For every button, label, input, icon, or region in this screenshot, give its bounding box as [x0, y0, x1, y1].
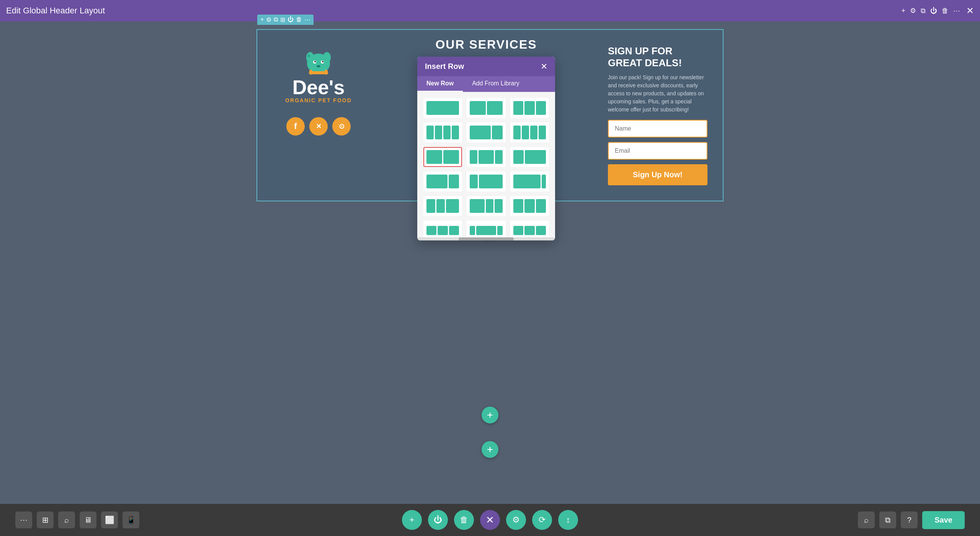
- bottom-desktop-icon[interactable]: 🖥: [80, 511, 96, 528]
- insert-row-dialog: Insert Row ✕ New Row Add From Library: [417, 57, 555, 240]
- save-button[interactable]: Save: [922, 511, 965, 529]
- signup-description: Join our pack! Sign up for our newslette…: [608, 74, 707, 114]
- svg-point-5: [314, 61, 316, 62]
- facebook-icon[interactable]: f: [286, 117, 305, 136]
- dialog-tabs: New Row Add From Library: [417, 76, 555, 92]
- bottom-toolbar-center: + ⏻ 🗑 ✕ ⚙ ⟳ ↕: [402, 510, 578, 530]
- layout-menu-icon[interactable]: ⋯: [304, 16, 310, 23]
- bottom-search-icon-right[interactable]: ⌕: [858, 511, 875, 528]
- layout-power-icon[interactable]: ⏻: [287, 16, 294, 23]
- trash-icon[interactable]: 🗑: [942, 7, 949, 15]
- bottom-help-icon[interactable]: ?: [901, 511, 918, 528]
- logo-area: Dee's ORGANIC PET FOOD: [285, 45, 352, 103]
- layout-option-4col[interactable]: [423, 123, 462, 142]
- tab-new-row[interactable]: New Row: [417, 76, 463, 92]
- layout-option-2col-right-wide[interactable]: [510, 147, 549, 167]
- svg-point-2: [323, 52, 331, 63]
- bottom-search-icon[interactable]: ⌕: [58, 511, 75, 528]
- dialog-title: Insert Row: [425, 62, 464, 71]
- svg-point-13: [325, 70, 328, 73]
- bottom-layers-icon[interactable]: ⧉: [879, 511, 896, 528]
- gear-icon[interactable]: ⚙: [910, 7, 916, 15]
- bottom-history-button[interactable]: ⟳: [532, 510, 552, 530]
- signup-title: SIGN UP FOR GREAT DEALS!: [608, 45, 707, 69]
- header-layout: + ⚙ ⧉ ⊞ ⏻ 🗑 ⋯: [256, 29, 724, 201]
- bottom-sort-button[interactable]: ↕: [558, 510, 578, 530]
- layout-option-col-small[interactable]: [423, 221, 462, 237]
- layout-option-mixed1[interactable]: [467, 196, 505, 216]
- signup-button[interactable]: Sign Up Now!: [608, 164, 707, 185]
- menu-icon[interactable]: ⋯: [953, 7, 960, 15]
- brand-name: Dee's: [285, 77, 352, 97]
- layout-option-2col-equal[interactable]: [467, 98, 505, 118]
- bottom-toolbar-left: ⋯ ⊞ ⌕ 🖥 ⬜ 📱: [15, 511, 139, 528]
- header-layout-toolbar: + ⚙ ⧉ ⊞ ⏻ 🗑 ⋯: [257, 15, 314, 25]
- dialog-body: [417, 92, 555, 237]
- layout-option-3col-equal[interactable]: [510, 98, 549, 118]
- dog-logo-icon: [299, 45, 338, 76]
- bottom-toolbar-right: ⌕ ⧉ ? Save: [858, 511, 965, 529]
- layout-option-1col[interactable]: [423, 98, 462, 118]
- twitter-x-icon[interactable]: ✕: [309, 117, 328, 136]
- plus-icon[interactable]: +: [901, 7, 905, 15]
- svg-point-12: [309, 70, 312, 73]
- bottom-add-button[interactable]: +: [402, 510, 422, 530]
- bottom-mobile-icon[interactable]: 📱: [122, 511, 139, 528]
- signup-panel: SIGN UP FOR GREAT DEALS! Join our pack! …: [600, 38, 715, 193]
- center-panel: OUR SERVICES Insert Row ✕ New Row Add Fr…: [372, 38, 600, 193]
- svg-point-1: [306, 52, 314, 63]
- layout-option-narrow-wide[interactable]: [467, 221, 505, 237]
- dialog-scrollbar[interactable]: [417, 237, 555, 240]
- bottom-power-button[interactable]: ⏻: [428, 510, 448, 530]
- copy-icon[interactable]: ⧉: [921, 7, 926, 15]
- dialog-header: Insert Row ✕: [417, 57, 555, 76]
- power-icon[interactable]: ⏻: [930, 7, 937, 15]
- canvas-area: + ⚙ ⧉ ⊞ ⏻ 🗑 ⋯: [0, 21, 980, 504]
- layout-option-left-sidebar[interactable]: [423, 172, 462, 191]
- instagram-icon[interactable]: ⊙: [332, 117, 351, 136]
- title-bar-close-button[interactable]: ✕: [966, 6, 974, 15]
- name-input[interactable]: [608, 120, 707, 137]
- layout-option-3col-stacked1[interactable]: [423, 196, 462, 216]
- layout-option-3col-v3[interactable]: [510, 221, 549, 237]
- layout-option-4col-v2[interactable]: [510, 123, 549, 142]
- svg-point-7: [317, 65, 320, 67]
- layout-add-icon[interactable]: +: [260, 16, 264, 23]
- layout-gear-icon[interactable]: ⚙: [266, 16, 271, 23]
- svg-point-8: [308, 55, 310, 57]
- layout-grid-icon[interactable]: ⊞: [280, 16, 285, 23]
- bottom-tablet-icon[interactable]: ⬜: [101, 511, 118, 528]
- svg-point-6: [322, 61, 323, 62]
- bottom-menu-icon[interactable]: ⋯: [15, 511, 32, 528]
- layout-option-center-wide[interactable]: [467, 172, 505, 191]
- svg-rect-9: [311, 71, 326, 74]
- bottom-gear-button[interactable]: ⚙: [506, 510, 526, 530]
- dialog-close-button[interactable]: ✕: [541, 62, 547, 71]
- dialog-scrollbar-thumb[interactable]: [459, 237, 514, 240]
- brand-panel: Dee's ORGANIC PET FOOD f ✕ ⊙: [265, 38, 372, 193]
- title-bar-title: Edit Global Header Layout: [6, 6, 895, 16]
- layout-copy-icon[interactable]: ⧉: [274, 16, 278, 23]
- layout-option-mixed2[interactable]: [510, 196, 549, 216]
- brand-sub: ORGANIC PET FOOD: [285, 97, 352, 103]
- tab-add-from-library[interactable]: Add From Library: [463, 76, 529, 92]
- bottom-trash-button[interactable]: 🗑: [454, 510, 474, 530]
- title-bar: Edit Global Header Layout + ⚙ ⧉ ⏻ 🗑 ⋯ ✕: [0, 0, 980, 21]
- layout-option-3col-unequal[interactable]: [467, 147, 505, 167]
- layout-option-2col-unequal1[interactable]: [467, 123, 505, 142]
- add-section-button-2[interactable]: +: [482, 441, 498, 458]
- layout-option-right-accent[interactable]: [510, 172, 549, 191]
- bottom-close-button[interactable]: ✕: [480, 510, 500, 530]
- title-bar-icons: + ⚙ ⧉ ⏻ 🗑 ⋯: [901, 7, 960, 15]
- layout-trash-icon[interactable]: 🗑: [296, 16, 302, 23]
- add-section-button-1[interactable]: +: [482, 407, 498, 423]
- services-title: OUR SERVICES: [435, 38, 537, 52]
- layout-option-2col-selected[interactable]: [423, 147, 462, 167]
- bottom-toolbar: ⋯ ⊞ ⌕ 🖥 ⬜ 📱 + ⏻ 🗑 ✕ ⚙ ⟳ ↕ ⌕ ⧉ ? Save: [0, 504, 980, 536]
- email-input[interactable]: [608, 142, 707, 160]
- social-icons: f ✕ ⊙: [286, 117, 351, 136]
- bottom-grid-icon[interactable]: ⊞: [37, 511, 54, 528]
